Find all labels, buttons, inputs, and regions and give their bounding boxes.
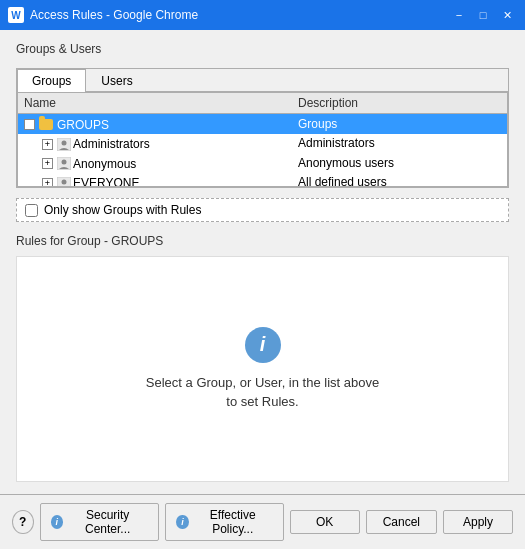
dialog-content: Groups & Users Groups Users (0, 30, 525, 494)
row-desc-cell: Administrators (292, 134, 507, 154)
maximize-button[interactable]: □ (473, 5, 493, 25)
tree-indent: + EVERYONE (24, 176, 139, 186)
svg-point-3 (62, 160, 67, 165)
row-desc-cell: All defined users (292, 173, 507, 187)
table-scroll-inner: Name Description − (18, 93, 507, 186)
table-row[interactable]: − GROUPS Groups (18, 114, 507, 134)
row-name-cell: + Administrators (18, 134, 292, 154)
title-bar: W Access Rules - Google Chrome − □ ✕ (0, 0, 525, 30)
close-button[interactable]: ✕ (497, 5, 517, 25)
minimize-button[interactable]: − (449, 5, 469, 25)
rules-header-label: Rules for Group - GROUPS (16, 234, 509, 248)
tab-container: Groups Users Name Description (16, 68, 509, 188)
table-header-row: Name Description (18, 93, 507, 114)
tree-table: Name Description − (18, 93, 507, 186)
tree-indent: + Administrators (24, 137, 150, 151)
cancel-button[interactable]: Cancel (366, 510, 437, 534)
row-name-cell: − GROUPS (18, 114, 292, 134)
col-name: Name (18, 93, 292, 114)
expand-btn[interactable]: + (42, 178, 53, 187)
security-center-button[interactable]: i Security Center... (40, 503, 160, 541)
rules-section: i Select a Group, or User, in the list a… (16, 256, 509, 482)
tab-groups[interactable]: Groups (17, 69, 86, 92)
rules-message: Select a Group, or User, in the list abo… (146, 373, 379, 412)
checkbox-row: Only show Groups with Rules (16, 198, 509, 222)
table-row[interactable]: + Anonymous (18, 153, 507, 173)
folder-icon (39, 119, 53, 130)
show-groups-checkbox[interactable] (25, 204, 38, 217)
effective-policy-button[interactable]: i Effective Policy... (165, 503, 283, 541)
group-icon (57, 177, 71, 187)
window-controls: − □ ✕ (449, 5, 517, 25)
ok-button[interactable]: OK (290, 510, 360, 534)
bottom-bar-right: OK Cancel Apply (290, 510, 513, 534)
checkbox-label: Only show Groups with Rules (44, 203, 201, 217)
table-row[interactable]: + Administrators (18, 134, 507, 154)
help-button[interactable]: ? (12, 510, 34, 534)
table-row[interactable]: + EVERYONE (18, 173, 507, 187)
tree-indent: − GROUPS (24, 118, 109, 132)
apply-button[interactable]: Apply (443, 510, 513, 534)
section-label: Groups & Users (16, 42, 509, 56)
row-name-cell: + EVERYONE (18, 173, 292, 187)
tab-header: Groups Users (17, 69, 508, 92)
col-description: Description (292, 93, 507, 114)
table-scroll-area[interactable]: Name Description − (18, 93, 507, 186)
window-title: Access Rules - Google Chrome (30, 8, 449, 22)
row-desc-cell: Groups (292, 114, 507, 134)
row-name-cell: + Anonymous (18, 153, 292, 173)
expand-btn[interactable]: − (24, 119, 35, 130)
expand-btn[interactable]: + (42, 139, 53, 150)
group-icon (57, 157, 71, 170)
effective-policy-icon: i (176, 515, 188, 529)
security-icon: i (51, 515, 63, 529)
bottom-bar-left: ? i Security Center... i Effective Polic… (12, 503, 284, 541)
group-icon (57, 138, 71, 151)
row-desc-cell: Anonymous users (292, 153, 507, 173)
tree-indent: + Anonymous (24, 157, 136, 171)
svg-point-5 (62, 179, 67, 184)
tree-table-wrapper: Name Description − (17, 92, 508, 187)
svg-point-1 (62, 140, 67, 145)
expand-btn[interactable]: + (42, 158, 53, 169)
info-icon: i (245, 327, 281, 363)
app-icon: W (8, 7, 24, 23)
dialog: Groups & Users Groups Users (0, 30, 525, 549)
bottom-bar: ? i Security Center... i Effective Polic… (0, 494, 525, 549)
tab-users[interactable]: Users (86, 69, 147, 92)
